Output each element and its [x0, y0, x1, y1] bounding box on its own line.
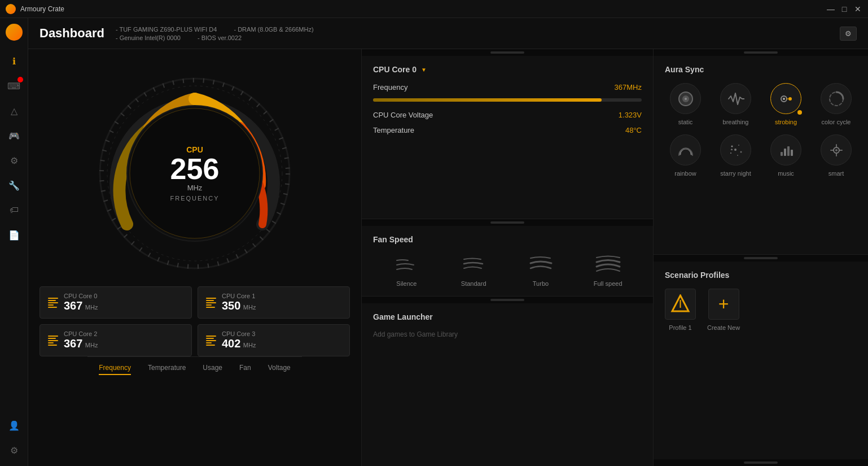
svg-point-14	[738, 145, 739, 146]
cpu-gauge-center: CPU 256 MHz FREQUENCY	[170, 145, 219, 202]
fan-fullspeed[interactable]: Full speed	[594, 253, 622, 287]
aura-mode-static[interactable]: static	[665, 83, 706, 125]
fan-standard-icon	[459, 253, 488, 276]
aura-starrynight-label: starry night	[720, 170, 751, 177]
aura-mode-starrynight[interactable]: starry night	[715, 134, 756, 177]
core-name-3: CPU Core 3	[222, 330, 341, 337]
create-new-icon: +	[708, 289, 739, 320]
aura-starrynight-icon-wrapper	[720, 134, 751, 166]
sidebar-bottom: 👤 ⚙	[4, 415, 24, 460]
aura-mode-breathing[interactable]: breathing	[715, 83, 756, 125]
tab-frequency[interactable]: Frequency	[99, 364, 131, 375]
aura-mode-music[interactable]: music	[765, 134, 806, 177]
app-title: Armoury Crate	[20, 5, 826, 13]
tag-icon: 🏷	[10, 205, 19, 215]
aura-sync-title: Aura Sync	[665, 65, 704, 74]
core-card-2: CPU Core 2 367 MHz	[40, 324, 192, 356]
minimize-button[interactable]: —	[826, 5, 835, 14]
temperature-label: Temperature	[373, 126, 414, 134]
window-controls: — □ ✕	[826, 5, 862, 14]
smart-icon	[828, 142, 845, 159]
aura-mode-strobing[interactable]: strobing	[765, 83, 806, 125]
core-card-1: CPU Core 1 350 MHz	[198, 286, 350, 319]
profile-1-label: Profile 1	[669, 324, 691, 331]
sidebar-item-gear[interactable]: ⚙	[4, 440, 24, 460]
temperature-value: 48°C	[625, 126, 642, 134]
sidebar-item-triangle[interactable]: △	[4, 101, 24, 121]
aura-mode-colorcycle[interactable]: color cycle	[816, 83, 857, 125]
core-icon-2	[48, 336, 58, 346]
sidebar-item-user[interactable]: 👤	[4, 415, 24, 435]
tab-voltage[interactable]: Voltage	[268, 364, 291, 375]
tab-usage[interactable]: Usage	[203, 364, 222, 375]
core-value-2: 367 MHz	[64, 337, 183, 350]
create-new-profile[interactable]: + Create New	[707, 289, 740, 331]
aura-grid: static breathing	[665, 83, 857, 177]
app-icon	[6, 4, 16, 14]
tab-temperature[interactable]: Temperature	[148, 364, 186, 375]
panel-deco-mid-right	[654, 255, 868, 262]
breathing-icon	[727, 90, 744, 107]
sidebar-logo	[6, 24, 23, 41]
svg-point-13	[731, 145, 733, 147]
static-icon	[677, 90, 694, 107]
sidebar-item-tag[interactable]: 🏷	[4, 200, 24, 220]
user-icon: 👤	[8, 420, 20, 431]
dashboard: CPU 256 MHz FREQUENCY	[28, 49, 868, 466]
header-info: - TUF GAMING Z690-PLUS WIFI D4 - DRAM (8…	[116, 26, 314, 41]
core-icon-3	[206, 336, 216, 346]
info-icon: ℹ	[12, 56, 16, 67]
fan-silence[interactable]: Silence	[392, 253, 420, 287]
sidebar-item-keyboard[interactable]: ⌨	[4, 76, 24, 96]
cpu-core-title: CPU Core 0	[373, 65, 417, 74]
svg-point-29	[835, 149, 838, 151]
strobing-selected-dot	[797, 110, 802, 115]
svg-point-10	[788, 97, 792, 101]
plus-icon: +	[718, 294, 729, 315]
sidebar-item-gamepad[interactable]: 🎮	[4, 125, 24, 146]
fan-standard[interactable]: Standard	[459, 253, 488, 287]
svg-rect-20	[781, 152, 783, 156]
rainbow-icon	[677, 142, 694, 159]
svg-point-18	[737, 155, 738, 156]
bios-label: - BIOS ver.0022	[198, 34, 242, 41]
header-actions: ⚙	[840, 27, 857, 41]
sidebar-item-sliders[interactable]: ⚙	[4, 150, 24, 171]
cpu-label: - Genuine Intel(R) 0000	[116, 34, 181, 41]
voltage-label: CPU Core Voltage	[373, 111, 433, 119]
close-button[interactable]: ✕	[853, 5, 862, 14]
core-icon-0	[48, 298, 58, 308]
fan-fullspeed-icon	[594, 253, 622, 276]
sidebar-item-info[interactable]: ℹ	[4, 51, 24, 71]
dropdown-arrow-icon[interactable]: ▼	[421, 67, 427, 73]
fan-fullspeed-label: Full speed	[594, 280, 622, 287]
core-value-3: 402 MHz	[222, 337, 341, 350]
aura-mode-rainbow[interactable]: rainbow	[665, 134, 706, 177]
maximize-button[interactable]: □	[840, 5, 849, 14]
fan-standard-label: Standard	[461, 280, 486, 287]
fan-turbo[interactable]: Turbo	[527, 253, 555, 287]
profile-1[interactable]: Profile 1	[665, 289, 696, 331]
sidebar-item-tools[interactable]: 🔧	[4, 175, 24, 195]
frequency-label: Frequency	[373, 83, 407, 92]
svg-rect-22	[787, 146, 790, 156]
aura-mode-smart[interactable]: smart	[816, 134, 857, 177]
temperature-row: Temperature 48°C	[373, 126, 642, 134]
core-name-2: CPU Core 2	[64, 330, 183, 337]
sidebar-item-document[interactable]: 📄	[4, 225, 24, 245]
tab-fan[interactable]: Fan	[239, 364, 251, 375]
settings-button[interactable]: ⚙	[840, 27, 857, 41]
strobing-icon	[778, 90, 795, 107]
right-panel: Aura Sync static	[654, 49, 868, 466]
header-info-row-1: - TUF GAMING Z690-PLUS WIFI D4 - DRAM (8…	[116, 26, 314, 33]
game-section-header: Game Launcher	[373, 312, 642, 321]
aura-smart-label: smart	[828, 170, 844, 177]
starrynight-icon	[727, 142, 744, 159]
panel-deco-bottom-2	[362, 297, 653, 303]
titlebar: Armoury Crate — □ ✕	[0, 0, 868, 18]
cpu-gauge-value: 256	[170, 154, 219, 184]
cpu-freq-label: FREQUENCY	[170, 195, 219, 202]
sliders-icon: ⚙	[10, 155, 18, 166]
profile-1-icon	[665, 289, 696, 320]
panel-deco-top-right	[654, 49, 868, 56]
